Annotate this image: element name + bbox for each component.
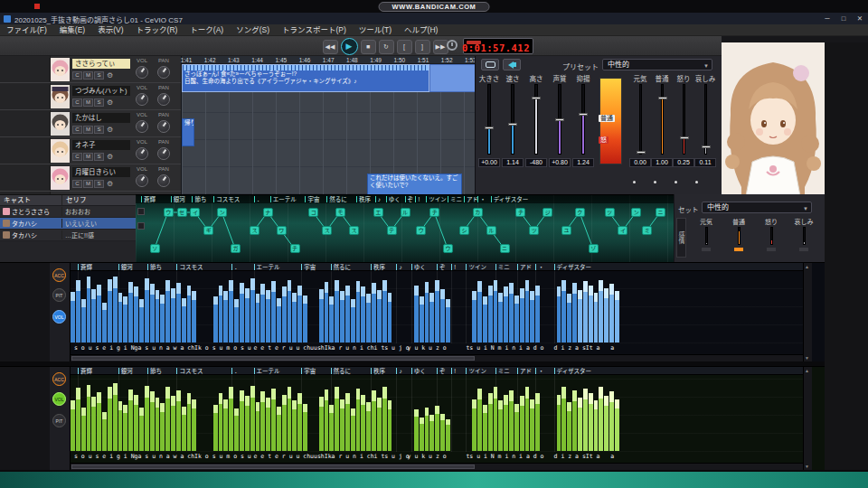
- slider-track[interactable]: [534, 84, 538, 155]
- message-icon[interactable]: [481, 59, 499, 70]
- horizontal-scrollbar[interactable]: [71, 463, 803, 470]
- minimize-button[interactable]: ─: [819, 13, 835, 24]
- maximize-button[interactable]: □: [835, 13, 852, 24]
- slider-track[interactable]: [581, 84, 585, 155]
- value-bar[interactable]: [145, 386, 149, 451]
- word-label[interactable]: ．: [231, 368, 241, 374]
- track-avatar[interactable]: [51, 139, 70, 163]
- value-bar[interactable]: [165, 280, 170, 343]
- phoneme-node[interactable]: モ: [335, 208, 345, 217]
- value-bar[interactable]: [356, 389, 361, 451]
- param-value[interactable]: 0.25: [673, 158, 694, 167]
- value-bar[interactable]: [599, 280, 603, 343]
- phoneme-node[interactable]: ミ: [642, 226, 652, 235]
- word-label[interactable]: 宇宙: [301, 368, 316, 374]
- scroll-handle[interactable]: [71, 465, 475, 469]
- slider-track[interactable]: [738, 227, 741, 245]
- phoneme-node[interactable]: ツ: [529, 226, 539, 235]
- track-name[interactable]: たかはし: [72, 113, 130, 123]
- phoneme-node[interactable]: エ: [373, 208, 383, 217]
- value-bar[interactable]: [366, 294, 371, 343]
- value-bar[interactable]: [514, 296, 519, 343]
- word-label[interactable]: ツイン: [466, 368, 486, 374]
- value-bar[interactable]: [335, 280, 339, 343]
- value-bar[interactable]: [292, 400, 297, 451]
- track-s-button[interactable]: S: [94, 153, 104, 161]
- phoneme-node[interactable]: ス: [250, 226, 259, 235]
- value-bar[interactable]: [250, 278, 255, 343]
- value-bar[interactable]: [615, 291, 619, 343]
- slider-handle[interactable]: [658, 97, 667, 99]
- param-value[interactable]: 1.24: [572, 158, 594, 167]
- value-bar[interactable]: [187, 286, 192, 343]
- pan-knob[interactable]: [157, 147, 170, 160]
- value-bar[interactable]: [504, 286, 508, 343]
- word-label[interactable]: !: [451, 264, 456, 270]
- menu-item[interactable]: ソング(S): [230, 24, 276, 35]
- value-bar[interactable]: [288, 387, 292, 451]
- rewind-button[interactable]: ◀◀: [323, 40, 338, 54]
- value-bar[interactable]: [139, 299, 144, 343]
- value-bar[interactable]: [234, 299, 239, 343]
- value-bar[interactable]: [435, 406, 439, 451]
- value-bar[interactable]: [578, 398, 582, 451]
- value-bar[interactable]: [372, 390, 376, 451]
- vol-lane-button[interactable]: VOL: [52, 310, 66, 324]
- word-label[interactable]: 銀河: [171, 196, 185, 202]
- value-bar[interactable]: [176, 283, 181, 343]
- scroll-up-arrow[interactable]: ▲: [805, 368, 809, 373]
- word-label[interactable]: 蒼輝: [78, 264, 92, 270]
- value-bar[interactable]: [572, 283, 577, 343]
- value-bar[interactable]: [187, 393, 192, 451]
- emotion-fader[interactable]: 普通怒: [599, 78, 622, 164]
- value-bar[interactable]: [509, 390, 514, 451]
- word-label[interactable]: 然るに: [331, 368, 352, 374]
- value-bar[interactable]: [219, 393, 223, 451]
- word-label[interactable]: コスモス: [176, 368, 203, 374]
- stop-button[interactable]: ■: [361, 40, 376, 54]
- close-button[interactable]: ✕: [852, 13, 868, 24]
- param-value[interactable]: +0.80: [549, 158, 571, 167]
- phoneme-node[interactable]: ク: [575, 208, 585, 217]
- phoneme-node[interactable]: ジ: [542, 208, 552, 217]
- track-avatar[interactable]: [51, 58, 70, 81]
- value-bar[interactable]: [345, 393, 350, 451]
- value-bar[interactable]: [234, 408, 239, 451]
- phoneme-node[interactable]: ツ: [605, 208, 615, 217]
- param-value[interactable]: -480: [525, 158, 547, 167]
- parameter-lane[interactable]: 蒼輝銀河節ちコスモス．エーテル宇宙然るに秩序♪ゆくぞ!ツインミニアド・ディザスタ…: [71, 367, 803, 470]
- pan-knob[interactable]: [157, 174, 170, 187]
- word-label[interactable]: ．: [254, 196, 263, 202]
- value-bar[interactable]: [589, 286, 593, 343]
- value-bar[interactable]: [530, 399, 534, 451]
- slider-track[interactable]: [683, 84, 685, 155]
- value-bar[interactable]: [615, 399, 619, 451]
- value-bar[interactable]: [483, 296, 487, 343]
- gear-icon[interactable]: ⚙: [107, 71, 113, 80]
- pan-knob[interactable]: [157, 120, 170, 133]
- value-bar[interactable]: [483, 405, 487, 451]
- pit-lane-button[interactable]: PIT: [52, 288, 66, 302]
- word-label[interactable]: エーテル: [254, 264, 280, 270]
- word-label[interactable]: コスモス: [176, 264, 203, 270]
- value-bar[interactable]: [171, 288, 175, 343]
- vol-knob[interactable]: [136, 93, 148, 106]
- word-label[interactable]: ♪: [396, 368, 401, 374]
- forward-button[interactable]: ▶▶: [433, 40, 448, 54]
- value-bar[interactable]: [335, 387, 339, 451]
- value-bar[interactable]: [319, 289, 324, 343]
- value-bar[interactable]: [76, 388, 80, 451]
- value-bar[interactable]: [372, 283, 376, 343]
- track-s-button[interactable]: S: [94, 126, 104, 134]
- word-label[interactable]: ゆく: [411, 368, 426, 374]
- value-bar[interactable]: [494, 387, 498, 451]
- scroll-up-arrow[interactable]: ▲: [805, 264, 809, 269]
- phoneme-node[interactable]: ニ: [656, 208, 665, 217]
- menu-item[interactable]: 編集(E): [53, 24, 91, 35]
- value-bar[interactable]: [340, 399, 344, 451]
- track-c-button[interactable]: C: [72, 71, 82, 80]
- value-bar[interactable]: [472, 291, 476, 343]
- value-bar[interactable]: [297, 393, 302, 451]
- value-bar[interactable]: [351, 408, 355, 451]
- pan-knob[interactable]: [157, 66, 170, 79]
